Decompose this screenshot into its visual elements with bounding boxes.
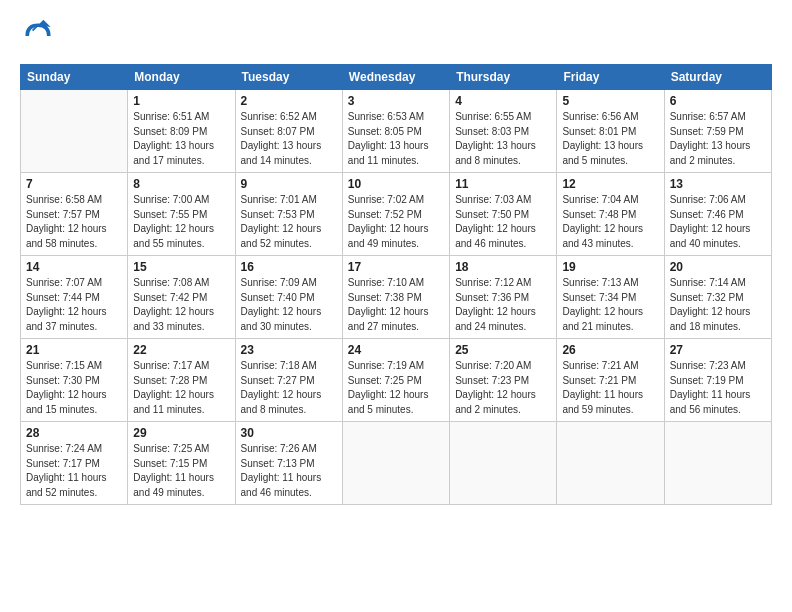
day-info: Sunrise: 7:15 AM Sunset: 7:30 PM Dayligh… (26, 359, 122, 417)
day-number: 6 (670, 94, 766, 108)
day-cell: 22Sunrise: 7:17 AM Sunset: 7:28 PM Dayli… (128, 339, 235, 422)
day-info: Sunrise: 7:26 AM Sunset: 7:13 PM Dayligh… (241, 442, 337, 500)
day-number: 10 (348, 177, 444, 191)
day-cell: 28Sunrise: 7:24 AM Sunset: 7:17 PM Dayli… (21, 422, 128, 505)
day-cell: 11Sunrise: 7:03 AM Sunset: 7:50 PM Dayli… (450, 173, 557, 256)
day-number: 28 (26, 426, 122, 440)
day-info: Sunrise: 7:19 AM Sunset: 7:25 PM Dayligh… (348, 359, 444, 417)
day-info: Sunrise: 7:08 AM Sunset: 7:42 PM Dayligh… (133, 276, 229, 334)
day-cell: 8Sunrise: 7:00 AM Sunset: 7:55 PM Daylig… (128, 173, 235, 256)
day-info: Sunrise: 7:06 AM Sunset: 7:46 PM Dayligh… (670, 193, 766, 251)
day-number: 18 (455, 260, 551, 274)
day-cell: 12Sunrise: 7:04 AM Sunset: 7:48 PM Dayli… (557, 173, 664, 256)
day-cell: 24Sunrise: 7:19 AM Sunset: 7:25 PM Dayli… (342, 339, 449, 422)
day-number: 7 (26, 177, 122, 191)
day-cell: 29Sunrise: 7:25 AM Sunset: 7:15 PM Dayli… (128, 422, 235, 505)
col-header-friday: Friday (557, 65, 664, 90)
day-number: 8 (133, 177, 229, 191)
day-cell: 25Sunrise: 7:20 AM Sunset: 7:23 PM Dayli… (450, 339, 557, 422)
day-number: 12 (562, 177, 658, 191)
day-number: 19 (562, 260, 658, 274)
day-info: Sunrise: 7:00 AM Sunset: 7:55 PM Dayligh… (133, 193, 229, 251)
day-cell (342, 422, 449, 505)
day-info: Sunrise: 6:57 AM Sunset: 7:59 PM Dayligh… (670, 110, 766, 168)
day-cell: 26Sunrise: 7:21 AM Sunset: 7:21 PM Dayli… (557, 339, 664, 422)
day-number: 3 (348, 94, 444, 108)
logo-icon (20, 18, 56, 54)
day-number: 9 (241, 177, 337, 191)
day-info: Sunrise: 7:01 AM Sunset: 7:53 PM Dayligh… (241, 193, 337, 251)
day-cell: 18Sunrise: 7:12 AM Sunset: 7:36 PM Dayli… (450, 256, 557, 339)
col-header-thursday: Thursday (450, 65, 557, 90)
day-cell: 10Sunrise: 7:02 AM Sunset: 7:52 PM Dayli… (342, 173, 449, 256)
day-number: 1 (133, 94, 229, 108)
day-info: Sunrise: 7:07 AM Sunset: 7:44 PM Dayligh… (26, 276, 122, 334)
day-number: 21 (26, 343, 122, 357)
day-cell: 1Sunrise: 6:51 AM Sunset: 8:09 PM Daylig… (128, 90, 235, 173)
day-info: Sunrise: 7:10 AM Sunset: 7:38 PM Dayligh… (348, 276, 444, 334)
day-number: 14 (26, 260, 122, 274)
day-cell: 17Sunrise: 7:10 AM Sunset: 7:38 PM Dayli… (342, 256, 449, 339)
col-header-sunday: Sunday (21, 65, 128, 90)
day-info: Sunrise: 7:20 AM Sunset: 7:23 PM Dayligh… (455, 359, 551, 417)
day-number: 11 (455, 177, 551, 191)
day-cell: 3Sunrise: 6:53 AM Sunset: 8:05 PM Daylig… (342, 90, 449, 173)
day-cell: 9Sunrise: 7:01 AM Sunset: 7:53 PM Daylig… (235, 173, 342, 256)
day-info: Sunrise: 7:25 AM Sunset: 7:15 PM Dayligh… (133, 442, 229, 500)
header-row: SundayMondayTuesdayWednesdayThursdayFrid… (21, 65, 772, 90)
day-number: 20 (670, 260, 766, 274)
day-number: 13 (670, 177, 766, 191)
day-info: Sunrise: 7:23 AM Sunset: 7:19 PM Dayligh… (670, 359, 766, 417)
day-cell: 30Sunrise: 7:26 AM Sunset: 7:13 PM Dayli… (235, 422, 342, 505)
col-header-tuesday: Tuesday (235, 65, 342, 90)
week-row-1: 7Sunrise: 6:58 AM Sunset: 7:57 PM Daylig… (21, 173, 772, 256)
day-cell: 19Sunrise: 7:13 AM Sunset: 7:34 PM Dayli… (557, 256, 664, 339)
day-number: 5 (562, 94, 658, 108)
day-info: Sunrise: 7:24 AM Sunset: 7:17 PM Dayligh… (26, 442, 122, 500)
page-container: SundayMondayTuesdayWednesdayThursdayFrid… (0, 0, 792, 515)
day-cell: 20Sunrise: 7:14 AM Sunset: 7:32 PM Dayli… (664, 256, 771, 339)
day-info: Sunrise: 6:55 AM Sunset: 8:03 PM Dayligh… (455, 110, 551, 168)
week-row-2: 14Sunrise: 7:07 AM Sunset: 7:44 PM Dayli… (21, 256, 772, 339)
week-row-3: 21Sunrise: 7:15 AM Sunset: 7:30 PM Dayli… (21, 339, 772, 422)
day-number: 26 (562, 343, 658, 357)
day-cell (557, 422, 664, 505)
day-cell: 2Sunrise: 6:52 AM Sunset: 8:07 PM Daylig… (235, 90, 342, 173)
day-cell (664, 422, 771, 505)
col-header-monday: Monday (128, 65, 235, 90)
day-cell: 13Sunrise: 7:06 AM Sunset: 7:46 PM Dayli… (664, 173, 771, 256)
day-cell: 27Sunrise: 7:23 AM Sunset: 7:19 PM Dayli… (664, 339, 771, 422)
day-info: Sunrise: 6:52 AM Sunset: 8:07 PM Dayligh… (241, 110, 337, 168)
day-cell: 23Sunrise: 7:18 AM Sunset: 7:27 PM Dayli… (235, 339, 342, 422)
calendar-body: 1Sunrise: 6:51 AM Sunset: 8:09 PM Daylig… (21, 90, 772, 505)
logo (20, 18, 62, 54)
day-cell: 16Sunrise: 7:09 AM Sunset: 7:40 PM Dayli… (235, 256, 342, 339)
day-info: Sunrise: 6:51 AM Sunset: 8:09 PM Dayligh… (133, 110, 229, 168)
page-header (20, 18, 772, 54)
day-info: Sunrise: 6:53 AM Sunset: 8:05 PM Dayligh… (348, 110, 444, 168)
day-info: Sunrise: 7:21 AM Sunset: 7:21 PM Dayligh… (562, 359, 658, 417)
day-cell: 14Sunrise: 7:07 AM Sunset: 7:44 PM Dayli… (21, 256, 128, 339)
day-number: 27 (670, 343, 766, 357)
day-info: Sunrise: 7:13 AM Sunset: 7:34 PM Dayligh… (562, 276, 658, 334)
day-info: Sunrise: 6:56 AM Sunset: 8:01 PM Dayligh… (562, 110, 658, 168)
day-cell (450, 422, 557, 505)
col-header-saturday: Saturday (664, 65, 771, 90)
calendar-header: SundayMondayTuesdayWednesdayThursdayFrid… (21, 65, 772, 90)
day-number: 2 (241, 94, 337, 108)
day-number: 17 (348, 260, 444, 274)
day-info: Sunrise: 7:03 AM Sunset: 7:50 PM Dayligh… (455, 193, 551, 251)
day-info: Sunrise: 7:12 AM Sunset: 7:36 PM Dayligh… (455, 276, 551, 334)
day-number: 16 (241, 260, 337, 274)
day-info: Sunrise: 7:09 AM Sunset: 7:40 PM Dayligh… (241, 276, 337, 334)
day-number: 15 (133, 260, 229, 274)
day-cell: 15Sunrise: 7:08 AM Sunset: 7:42 PM Dayli… (128, 256, 235, 339)
day-info: Sunrise: 6:58 AM Sunset: 7:57 PM Dayligh… (26, 193, 122, 251)
day-number: 30 (241, 426, 337, 440)
day-number: 25 (455, 343, 551, 357)
day-number: 4 (455, 94, 551, 108)
day-number: 22 (133, 343, 229, 357)
col-header-wednesday: Wednesday (342, 65, 449, 90)
day-info: Sunrise: 7:04 AM Sunset: 7:48 PM Dayligh… (562, 193, 658, 251)
week-row-4: 28Sunrise: 7:24 AM Sunset: 7:17 PM Dayli… (21, 422, 772, 505)
